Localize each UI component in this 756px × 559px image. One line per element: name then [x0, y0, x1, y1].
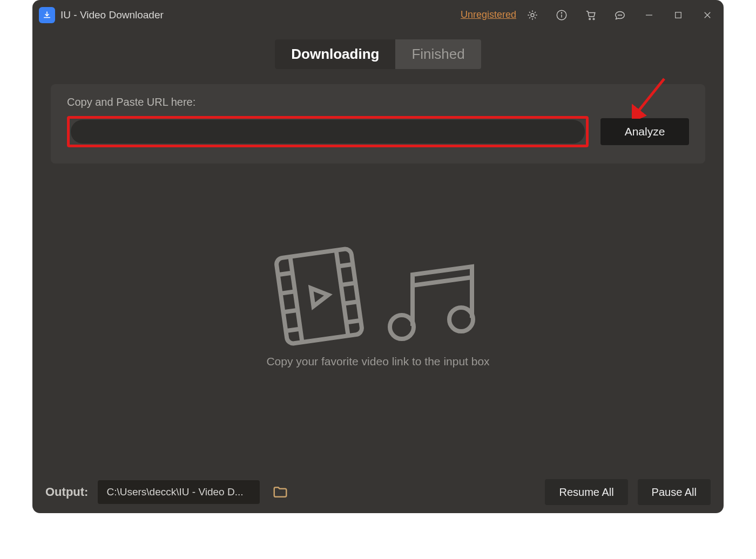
- close-icon[interactable]: [697, 4, 718, 26]
- minimize-icon[interactable]: [638, 4, 660, 26]
- svg-line-21: [341, 283, 355, 285]
- app-icon: [39, 7, 55, 23]
- app-title: IU - Video Downloader: [60, 9, 164, 21]
- svg-point-7: [618, 15, 619, 15]
- output-path[interactable]: C:\Users\decck\IU - Video D...: [98, 480, 260, 504]
- analyze-button[interactable]: Analyze: [600, 118, 689, 145]
- svg-line-24: [286, 329, 300, 331]
- gear-icon[interactable]: [522, 4, 543, 26]
- folder-icon: [272, 484, 288, 500]
- svg-line-23: [343, 302, 358, 304]
- svg-line-22: [283, 310, 298, 312]
- svg-point-5: [589, 18, 591, 20]
- maximize-icon[interactable]: [667, 4, 689, 26]
- svg-rect-11: [676, 12, 681, 18]
- svg-point-28: [390, 315, 414, 339]
- tab-finished[interactable]: Finished: [395, 39, 481, 69]
- svg-point-9: [621, 15, 622, 15]
- empty-state: Copy your favorite video link to the inp…: [32, 142, 724, 471]
- film-reel-icon: [267, 239, 372, 353]
- empty-state-icons: [273, 245, 483, 347]
- title-bar: IU - Video Downloader Unregistered: [32, 0, 724, 30]
- svg-line-25: [346, 321, 361, 323]
- bottom-bar: Output: C:\Users\decck\IU - Video D... R…: [32, 471, 724, 513]
- svg-line-18: [278, 272, 293, 275]
- app-window: IU - Video Downloader Unregistered: [32, 0, 724, 513]
- pause-all-button[interactable]: Pause All: [638, 479, 711, 505]
- cart-icon[interactable]: [580, 4, 602, 26]
- music-note-icon: [380, 256, 483, 347]
- title-icon-group: [522, 4, 718, 26]
- unregistered-link[interactable]: Unregistered: [461, 9, 516, 21]
- svg-point-8: [620, 15, 620, 15]
- svg-marker-26: [311, 286, 329, 306]
- output-label: Output:: [45, 485, 88, 499]
- svg-line-27: [413, 277, 472, 285]
- url-input[interactable]: [71, 120, 585, 144]
- url-label: Copy and Paste URL here:: [67, 96, 689, 108]
- svg-point-6: [593, 18, 595, 20]
- svg-point-1: [531, 13, 534, 17]
- open-folder-button[interactable]: [269, 481, 291, 503]
- speech-bubble-icon[interactable]: [609, 4, 631, 26]
- empty-state-text: Copy your favorite video link to the inp…: [266, 355, 489, 368]
- svg-line-19: [339, 264, 353, 267]
- svg-line-20: [281, 291, 295, 294]
- svg-point-4: [561, 12, 562, 13]
- tabs-container: Downloading Finished: [32, 30, 724, 84]
- svg-point-29: [449, 308, 473, 331]
- info-icon[interactable]: [551, 4, 572, 26]
- resume-all-button[interactable]: Resume All: [545, 479, 627, 505]
- tabs: Downloading Finished: [275, 39, 481, 69]
- tab-downloading[interactable]: Downloading: [275, 39, 395, 69]
